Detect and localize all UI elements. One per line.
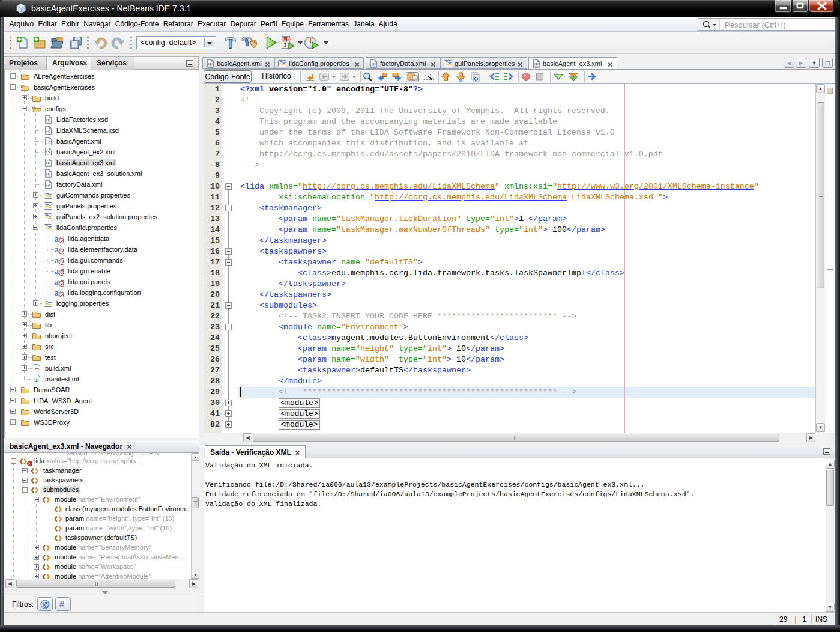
svg-text:#: # — [59, 600, 64, 609]
svg-text:@: @ — [43, 601, 49, 608]
svg-text:3: 3 — [283, 42, 286, 48]
